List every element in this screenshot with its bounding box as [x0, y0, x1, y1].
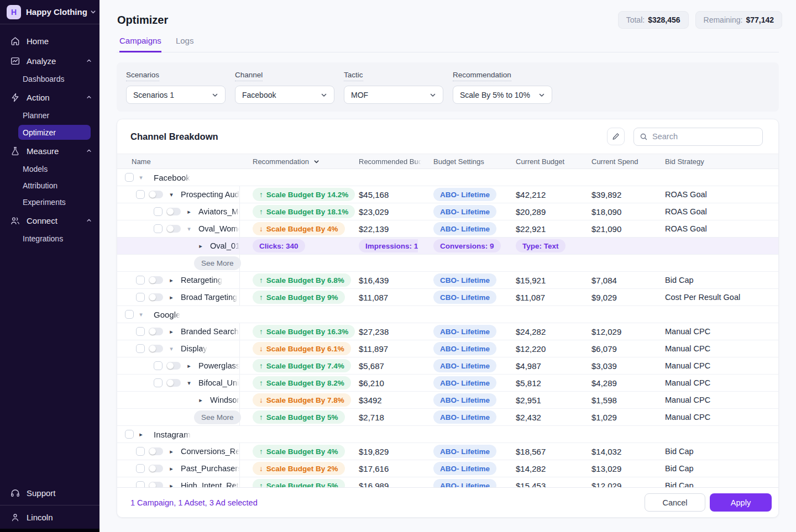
- scenarios-select[interactable]: Scenarios 1: [126, 86, 226, 104]
- row-checkbox[interactable]: [136, 481, 145, 487]
- row-checkbox[interactable]: [136, 276, 145, 285]
- caret-down-icon[interactable]: ▾: [138, 175, 144, 181]
- caret-down-icon[interactable]: ▾: [186, 226, 192, 232]
- tactic-select[interactable]: MOF: [344, 86, 443, 104]
- row-checkbox[interactable]: [136, 344, 145, 353]
- column-header-current-spend: Current Spend: [590, 154, 663, 168]
- caret-right-icon[interactable]: ▸: [138, 431, 144, 438]
- row-checkbox[interactable]: [154, 207, 163, 216]
- chevron-up-icon: [86, 218, 92, 223]
- caret-down-icon[interactable]: ▾: [186, 380, 192, 386]
- current-budget-value: $2,432: [516, 413, 541, 422]
- filter-tactic: Tactic MOF: [344, 70, 443, 104]
- name-cell: ▸Instagram: [117, 426, 240, 443]
- current-budget-cell: $15,921: [514, 272, 590, 288]
- see-more-button[interactable]: See More: [194, 256, 241, 270]
- row-checkbox[interactable]: [136, 447, 145, 456]
- row-toggle[interactable]: [149, 482, 163, 487]
- row-toggle[interactable]: [166, 225, 181, 233]
- sidebar-item-planner[interactable]: Planner: [0, 107, 100, 124]
- current-budget-cell: $24,282: [514, 323, 590, 340]
- row-checkbox[interactable]: [136, 464, 145, 473]
- sidebar-item-measure[interactable]: Measure: [0, 141, 100, 161]
- row-toggle[interactable]: [149, 328, 163, 335]
- sidebar-item-analyze[interactable]: Analyze: [0, 51, 100, 71]
- row-checkbox[interactable]: [154, 361, 163, 370]
- column-header-recommendation[interactable]: Recommendation: [240, 154, 358, 168]
- channel-select[interactable]: Facebook: [235, 86, 334, 104]
- caret-right-icon[interactable]: ▸: [186, 209, 192, 215]
- row-checkbox[interactable]: [136, 293, 145, 302]
- apply-button[interactable]: Apply: [710, 493, 772, 512]
- row-toggle[interactable]: [149, 191, 163, 198]
- sidebar-item-models[interactable]: Models: [0, 161, 100, 177]
- sidebar-item-home[interactable]: Home: [0, 31, 100, 51]
- recommendation-label: Scale Budget By 7.4%: [266, 362, 344, 370]
- name-cell: ▸Retargeting: [117, 272, 240, 288]
- name-cell: ▾Google: [117, 306, 240, 323]
- row-checkbox[interactable]: [136, 190, 145, 199]
- caret-right-icon[interactable]: ▸: [168, 277, 175, 283]
- current-spend-value: $14,032: [591, 447, 621, 456]
- caret-right-icon[interactable]: ▸: [168, 449, 175, 455]
- sidebar-item-experiments[interactable]: Experiments: [0, 194, 100, 210]
- row-toggle[interactable]: [149, 345, 163, 352]
- sort-chevron-down-icon[interactable]: [313, 159, 320, 165]
- table-row: ▸Past_Purchasers↓Scale Budget By 2%$17,6…: [117, 460, 778, 477]
- caret-down-icon[interactable]: ▾: [138, 312, 144, 318]
- row-toggle[interactable]: [166, 362, 181, 370]
- caret-down-icon[interactable]: ▾: [168, 192, 175, 198]
- caret-right-icon[interactable]: ▸: [197, 243, 204, 249]
- recommendation-label: Scale Budget By 5%: [266, 413, 338, 422]
- cancel-button[interactable]: Cancel: [645, 493, 705, 512]
- bid-strategy-value: Manual CPC: [665, 413, 710, 422]
- sidebar-item-dashboards[interactable]: Dashboards: [0, 71, 100, 87]
- bid-strategy-value: Manual CPC: [665, 378, 710, 387]
- clicks-pill: Clicks: 340: [253, 239, 305, 252]
- row-toggle[interactable]: [166, 208, 181, 215]
- row-checkbox[interactable]: [125, 430, 134, 439]
- row-toggle[interactable]: [149, 276, 163, 284]
- caret-right-icon[interactable]: ▸: [168, 483, 175, 488]
- row-toggle[interactable]: [149, 447, 163, 455]
- remaining-label: Remaining:: [704, 15, 743, 24]
- sidebar-item-integrations[interactable]: Integrations: [0, 230, 100, 247]
- row-checkbox[interactable]: [154, 224, 163, 233]
- search-input[interactable]: [652, 132, 757, 141]
- table-row: ▸Oval_012Clicks: 340Impressions: 1512Con…: [117, 238, 778, 255]
- current-budget-cell: $11,087: [514, 289, 590, 305]
- row-toggle[interactable]: [149, 465, 163, 472]
- arrow-down-icon: ↓: [259, 345, 263, 353]
- chevron-up-icon: [86, 58, 92, 64]
- sidebar-item-optimizer[interactable]: Optimizer: [18, 125, 91, 140]
- tab-campaigns[interactable]: Campaigns: [119, 36, 161, 52]
- user-menu[interactable]: Lincoln: [0, 505, 100, 529]
- recommendation-select[interactable]: Scale By 5% to 10%: [453, 86, 552, 104]
- tab-logs[interactable]: Logs: [176, 36, 194, 52]
- bid-strategy-value: Bid Cap: [665, 276, 694, 285]
- caret-right-icon[interactable]: ▸: [168, 294, 175, 301]
- row-checkbox[interactable]: [136, 327, 145, 336]
- row-toggle[interactable]: [166, 379, 181, 387]
- caret-down-icon[interactable]: ▾: [168, 346, 175, 352]
- bid-strategy-cell: Bid Cap: [663, 460, 778, 477]
- row-toggle[interactable]: [149, 293, 163, 301]
- sidebar-item-connect[interactable]: Connect: [0, 210, 100, 230]
- edit-button[interactable]: [607, 128, 625, 145]
- table-row: ▸Conversions_Re↑Scale Budget By 4%$19,82…: [117, 443, 778, 460]
- caret-right-icon[interactable]: ▸: [168, 466, 175, 472]
- sidebar-item-action[interactable]: Action: [0, 87, 100, 107]
- row-checkbox[interactable]: [125, 173, 134, 182]
- caret-right-icon[interactable]: ▸: [197, 397, 204, 403]
- recommended-budget-cell: $45,168: [358, 186, 432, 203]
- support-button[interactable]: Support: [0, 481, 100, 505]
- row-name: Retargeting: [181, 276, 222, 285]
- org-switcher[interactable]: H Happy Clothing: [0, 0, 100, 24]
- sidebar-item-attribution[interactable]: Attribution: [0, 177, 100, 194]
- remaining-budget-badge: Remaining: $77,142: [695, 11, 782, 29]
- caret-right-icon[interactable]: ▸: [186, 363, 192, 369]
- caret-right-icon[interactable]: ▸: [168, 329, 175, 335]
- row-checkbox[interactable]: [125, 310, 134, 319]
- see-more-button[interactable]: See More: [194, 410, 241, 424]
- row-checkbox[interactable]: [154, 378, 163, 387]
